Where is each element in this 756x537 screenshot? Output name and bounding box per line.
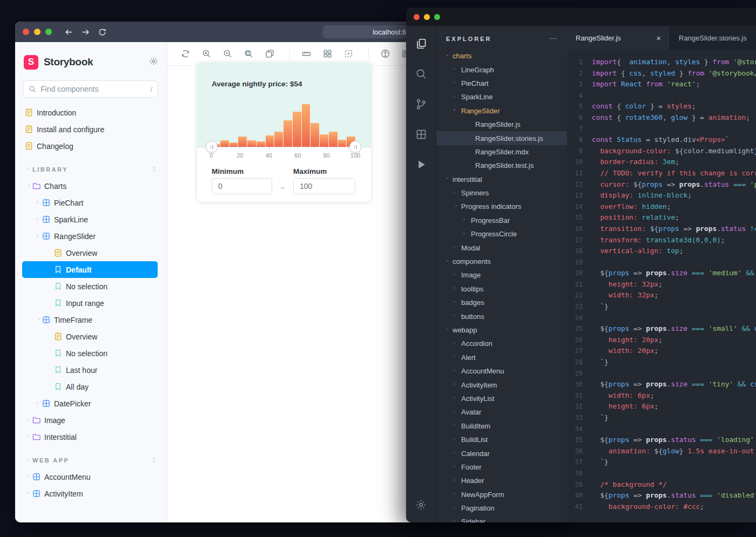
explorer-item-spinners[interactable]: Spinners [436, 186, 567, 200]
chevron-right-icon[interactable] [25, 435, 32, 439]
back-arrow-icon[interactable] [64, 28, 73, 37]
chevron-right-icon[interactable] [451, 273, 459, 277]
chevron-right-icon[interactable] [25, 492, 32, 496]
sidebar-item-install-and-configure[interactable]: Install and configure [15, 121, 167, 138]
sidebar-item-piechart[interactable]: PieChart [15, 194, 167, 211]
sidebar-item-activityitem[interactable]: ActivityItem [15, 485, 167, 502]
sidebar-item-no-selection[interactable]: No selection [15, 345, 167, 362]
sidebar-item-default[interactable]: Default [22, 261, 158, 278]
chevron-right-icon[interactable] [461, 218, 469, 222]
sidebar-item-no-selection[interactable]: No selection [15, 278, 167, 295]
explorer-item-calendar[interactable]: Calendar [436, 446, 567, 460]
explorer-item-builditem[interactable]: BuildItem [436, 419, 567, 433]
chevron-right-icon[interactable] [451, 67, 459, 72]
sidebar-item-accountmenu[interactable]: AccountMenu [15, 468, 167, 485]
explorer-item-rangeslider-js[interactable]: RangeSlider.js [436, 118, 567, 131]
sidebar-item-introduction[interactable]: Introduction [15, 104, 167, 121]
explorer-item-tooltips[interactable]: tooltips [436, 282, 567, 296]
zoom-reset-icon[interactable] [244, 49, 253, 58]
explorer-item-charts[interactable]: charts [436, 49, 567, 63]
chevron-right-icon[interactable] [451, 520, 459, 522]
explorer-item-buttons[interactable]: buttons [436, 309, 567, 323]
chevron-down-icon[interactable] [26, 182, 31, 190]
zoom-in-icon[interactable] [202, 49, 211, 58]
search-input[interactable]: Find components / [23, 80, 158, 98]
chevron-right-icon[interactable] [451, 451, 459, 456]
slider-handle-max[interactable] [349, 141, 361, 153]
explorer-item-activityitem[interactable]: ActivityItem [436, 378, 567, 391]
sidebar-item-last-hour[interactable]: Last hour [15, 362, 167, 378]
sidebar-item-datepicker[interactable]: DatePicker [15, 395, 167, 412]
explorer-item-rangeslider[interactable]: RangeSlider [436, 104, 567, 118]
zoom-out-icon[interactable] [223, 49, 232, 58]
chevron-right-icon[interactable] [451, 396, 459, 400]
explorer-item-footer[interactable]: Footer [436, 460, 567, 474]
explorer-item-progresscircle[interactable]: ProgressCircle [436, 227, 567, 241]
sidebar-item-changelog[interactable]: Changelog [15, 138, 167, 154]
sidebar-item-timeframe[interactable]: TimeFrame [15, 311, 167, 328]
sidebar-item-sparkline[interactable]: SparkLine [15, 211, 167, 228]
tab-rangeslider-stories-js[interactable]: RangeSlider.stories.js [670, 26, 756, 50]
sidebar-item-all-day[interactable]: All day [15, 378, 167, 395]
explorer-item-alert[interactable]: Alert [436, 351, 567, 364]
maximum-input[interactable]: 100 [293, 178, 355, 194]
explorer-item-sparkline[interactable]: SparkLine [436, 90, 567, 104]
chevron-down-icon[interactable] [444, 52, 449, 60]
extensions-grid-icon[interactable] [415, 128, 427, 140]
chevron-right-icon[interactable] [451, 383, 459, 387]
chevron-right-icon[interactable] [451, 301, 459, 305]
sidebar-item-input-range[interactable]: Input range [15, 295, 167, 311]
sidebar-section-web-app[interactable]: WEB APP [15, 452, 167, 468]
stack-icon[interactable] [265, 49, 274, 58]
explorer-item-progressbar[interactable]: ProgressBar [436, 214, 567, 227]
minimum-input[interactable]: 0 [212, 178, 272, 194]
chevron-right-icon[interactable] [451, 492, 459, 497]
chevron-right-icon[interactable] [451, 95, 459, 99]
explorer-item-header[interactable]: Header [436, 474, 567, 487]
minimize-window-button[interactable] [424, 14, 430, 20]
chevron-right-icon[interactable] [451, 369, 459, 373]
chevron-right-icon[interactable] [451, 410, 459, 414]
maximize-window-button[interactable] [45, 29, 52, 35]
chevron-right-icon[interactable] [451, 465, 459, 469]
chevron-right-icon[interactable] [451, 81, 459, 85]
sidebar-item-charts[interactable]: Charts [15, 178, 167, 194]
sidebar-item-image[interactable]: Image [15, 412, 167, 429]
maximize-window-button[interactable] [434, 14, 440, 20]
chevron-right-icon[interactable] [451, 287, 459, 291]
close-window-button[interactable] [414, 14, 420, 20]
slider-handle-min[interactable] [206, 141, 218, 153]
sidebar-item-rangeslider[interactable]: RangeSlider [15, 228, 167, 244]
accessibility-icon[interactable] [381, 49, 390, 58]
files-icon[interactable] [415, 38, 427, 50]
explorer-item-badges[interactable]: badges [436, 296, 567, 309]
settings-gear-icon[interactable] [415, 499, 427, 513]
section-collapse-icon[interactable] [151, 166, 157, 173]
explorer-item-linegraph[interactable]: LineGraph [436, 63, 567, 76]
refresh-icon[interactable] [98, 28, 107, 37]
explorer-item-accordion[interactable]: Accordion [436, 337, 567, 350]
explorer-item-accountmenu[interactable]: AccountMenu [436, 364, 567, 378]
chevron-right-icon[interactable] [35, 234, 42, 239]
explorer-item-avatar[interactable]: Avatar [436, 405, 567, 419]
outline-icon[interactable] [344, 49, 353, 58]
chevron-right-icon[interactable] [451, 191, 459, 195]
chevron-right-icon[interactable] [451, 342, 459, 346]
chevron-right-icon[interactable] [451, 355, 459, 359]
chevron-right-icon[interactable] [451, 108, 459, 113]
chevron-right-icon[interactable] [451, 246, 459, 250]
explorer-item-image[interactable]: Image [436, 268, 567, 282]
explorer-item-modal[interactable]: Modal [436, 241, 567, 254]
explorer-item-rangeslider-test-js[interactable]: RangeSlider.test.js [436, 159, 567, 172]
explorer-item-components[interactable]: components [436, 255, 567, 268]
explorer-item-webapp[interactable]: webapp [436, 323, 567, 337]
chevron-down-icon[interactable] [444, 258, 449, 266]
sidebar-item-overview[interactable]: Overview [15, 244, 167, 261]
explorer-item-piechart[interactable]: PieChart [436, 77, 567, 90]
chevron-right-icon[interactable] [25, 418, 32, 423]
chevron-right-icon[interactable] [451, 506, 459, 511]
tab-rangeslider-js[interactable]: RangeSlider.js × [567, 26, 670, 50]
sidebar-item-interstitial[interactable]: Interstitial [15, 429, 167, 445]
chevron-down-icon[interactable] [444, 327, 449, 334]
section-collapse-icon[interactable] [151, 457, 157, 464]
